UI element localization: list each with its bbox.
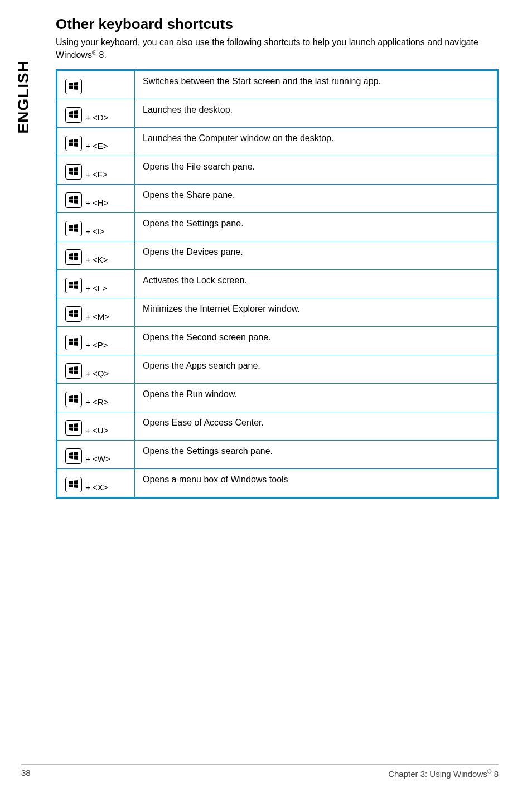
shortcut-key-cell: + <W> [57, 440, 135, 468]
key-combo-suffix: + <K> [83, 255, 108, 264]
shortcut-description: Launches the desktop. [135, 99, 498, 127]
intro-text-prefix: Using your keyboard, you can also use th… [56, 37, 478, 60]
shortcut-key-cell: + <X> [57, 468, 135, 497]
windows-key-icon [65, 335, 82, 350]
page-number: 38 [21, 768, 31, 779]
key-combo-suffix: + <P> [83, 340, 108, 350]
key-combo-suffix: + <U> [83, 426, 108, 435]
shortcut-description: Switches between the Start screen and th… [135, 70, 498, 99]
shortcut-description: Opens the Run window. [135, 383, 498, 412]
key-combo-suffix: + <Q> [83, 369, 109, 378]
page-footer: 38 Chapter 3: Using Windows® 8 [21, 764, 499, 779]
shortcut-key-cell: + <K> [57, 241, 135, 269]
shortcut-key-cell: + <H> [57, 184, 135, 212]
table-row: + <M>Minimizes the Internet Explorer win… [57, 298, 498, 326]
key-combo-suffix: + <W> [83, 454, 110, 463]
key-combo-suffix: + <D> [83, 113, 108, 122]
windows-key-icon [65, 420, 82, 436]
windows-key-icon [65, 107, 82, 123]
shortcut-key-cell: + <I> [57, 212, 135, 241]
windows-key-icon [65, 192, 82, 208]
language-sidebar: ENGLISH [14, 60, 32, 133]
table-row: + <U>Opens Ease of Access Center. [57, 412, 498, 440]
shortcut-key-cell: + <E> [57, 127, 135, 156]
key-combo-suffix: + <L> [83, 283, 107, 293]
table-row: + <Q>Opens the Apps search pane. [57, 355, 498, 383]
windows-key-icon [65, 164, 82, 180]
shortcut-description: Activates the Lock screen. [135, 269, 498, 298]
windows-key-icon [65, 221, 82, 236]
key-combo-suffix: + <R> [83, 397, 108, 407]
table-row: + <X>Opens a menu box of Windows tools [57, 468, 498, 497]
windows-key-icon [65, 392, 82, 407]
windows-key-icon [65, 363, 82, 379]
shortcut-key-cell: + <L> [57, 269, 135, 298]
shortcut-description: Opens the Settings search pane. [135, 440, 498, 468]
shortcut-key-cell: + <R> [57, 383, 135, 412]
table-row: + <W>Opens the Settings search pane. [57, 440, 498, 468]
shortcut-description: Opens the Share pane. [135, 184, 498, 212]
key-combo-suffix: + <X> [83, 482, 108, 492]
shortcut-description: Opens the Settings pane. [135, 212, 498, 241]
table-row: Switches between the Start screen and th… [57, 70, 498, 99]
shortcut-description: Opens the Apps search pane. [135, 355, 498, 383]
key-combo-suffix: + <E> [83, 141, 108, 151]
shortcuts-table: Switches between the Start screen and th… [56, 69, 499, 499]
intro-paragraph: Using your keyboard, you can also use th… [56, 36, 499, 61]
page-title: Other keyboard shortcuts [56, 16, 499, 33]
page-content: Other keyboard shortcuts Using your keyb… [56, 0, 499, 499]
shortcut-key-cell: + <U> [57, 412, 135, 440]
registered-mark: ® [92, 49, 96, 56]
windows-key-icon [65, 477, 82, 492]
table-row: + <R>Opens the Run window. [57, 383, 498, 412]
windows-key-icon [65, 249, 82, 265]
table-row: + <H>Opens the Share pane. [57, 184, 498, 212]
key-combo-suffix: + <M> [83, 312, 109, 321]
shortcut-description: Opens the File search pane. [135, 156, 498, 184]
table-row: + <F>Opens the File search pane. [57, 156, 498, 184]
table-row: + <E>Launches the Computer window on the… [57, 127, 498, 156]
table-row: + <P>Opens the Second screen pane. [57, 326, 498, 355]
shortcut-description: Opens the Devices pane. [135, 241, 498, 269]
table-row: + <I>Opens the Settings pane. [57, 212, 498, 241]
table-row: + <D>Launches the desktop. [57, 99, 498, 127]
shortcut-key-cell: + <F> [57, 156, 135, 184]
windows-key-icon [65, 79, 82, 94]
shortcut-description: Opens Ease of Access Center. [135, 412, 498, 440]
table-row: + <L>Activates the Lock screen. [57, 269, 498, 298]
table-row: + <K>Opens the Devices pane. [57, 241, 498, 269]
shortcut-description: Opens the Second screen pane. [135, 326, 498, 355]
key-combo-suffix: + <F> [83, 170, 108, 179]
windows-key-icon [65, 136, 82, 151]
shortcut-key-cell [57, 70, 135, 99]
windows-key-icon [65, 278, 82, 293]
intro-text-suffix: 8. [96, 50, 107, 60]
shortcut-description: Minimizes the Internet Explorer window. [135, 298, 498, 326]
windows-key-icon [65, 306, 82, 322]
shortcut-key-cell: + <D> [57, 99, 135, 127]
shortcut-key-cell: + <M> [57, 298, 135, 326]
shortcut-key-cell: + <P> [57, 326, 135, 355]
windows-key-icon [65, 448, 82, 464]
key-combo-suffix: + <H> [83, 198, 108, 207]
shortcut-key-cell: + <Q> [57, 355, 135, 383]
shortcut-description: Opens a menu box of Windows tools [135, 468, 498, 497]
chapter-label: Chapter 3: Using Windows® 8 [388, 768, 499, 779]
shortcut-description: Launches the Computer window on the desk… [135, 127, 498, 156]
key-combo-suffix: + <I> [83, 226, 105, 236]
